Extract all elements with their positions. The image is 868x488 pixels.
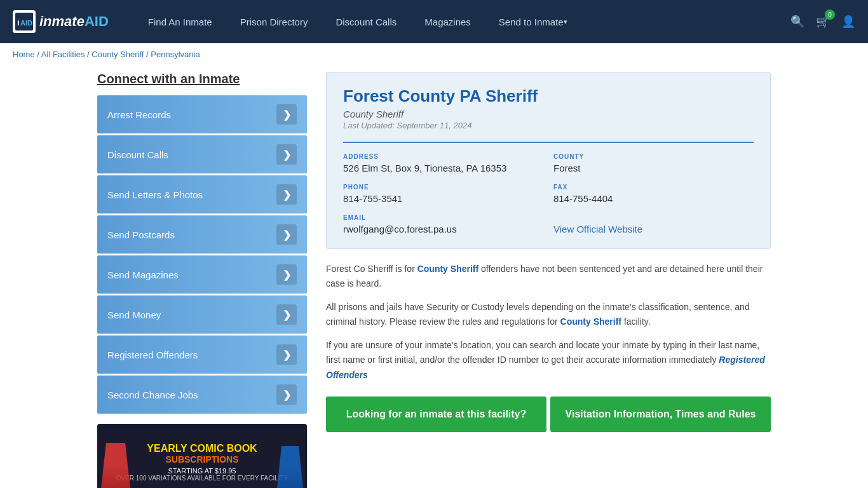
phone-block: PHONE 814-755-3541 [343,184,543,204]
site-logo[interactable]: i AID inmateAID [13,10,109,33]
nav-links: Find An Inmate Prison Directory Discount… [134,0,790,43]
ad-note: OVER 100 VARIATIONS AVAILABLE FOR EVERY … [116,475,288,482]
sidebar-item-send-magazines[interactable]: Send Magazines ❯ [97,255,307,294]
search-button[interactable]: 🔍 [790,15,804,29]
main-container: Connect with an Inmate Arrest Records ❯ … [85,65,783,488]
logo-text-aid: AID [85,13,109,30]
facility-description: Forest Co Sheriff is for County Sheriff … [326,262,771,383]
breadcrumb: Home / All Facilities / County Sheriff /… [0,43,868,65]
cart-badge: 0 [825,10,835,20]
breadcrumb-all-facilities[interactable]: All Facilities [41,50,85,59]
breadcrumb-home[interactable]: Home [13,50,35,59]
email-block: EMAIL rwolfgang@co.forest.pa.us [343,214,543,234]
sidebar-ad[interactable]: YEARLY COMIC BOOK SUBSCRIPTIONS STARTING… [97,424,307,488]
nav-discount-calls[interactable]: Discount Calls [322,0,410,43]
phone-label: PHONE [343,184,543,191]
nav-find-inmate[interactable]: Find An Inmate [134,0,226,43]
desc-para-3: If you are unsure of your inmate’s locat… [326,338,771,382]
sidebar-label-send-letters: Send Letters & Photos [107,189,203,200]
arrow-icon-registered-offenders: ❯ [276,344,297,365]
desc-para-2: All prisons and jails have Security or C… [326,300,771,329]
ad-content: YEARLY COMIC BOOK SUBSCRIPTIONS STARTING… [110,436,295,488]
cart-button[interactable]: 🛒 0 [816,15,830,29]
arrow-icon-discount-calls: ❯ [276,144,297,165]
desc-para1-pre: Forest Co Sheriff is for [326,264,417,274]
sidebar-label-send-postcards: Send Postcards [107,229,175,240]
desc-para3-text: If you are unsure of your inmate’s locat… [326,340,759,365]
facility-updated: Last Updated: September 11, 2024 [343,121,754,130]
ad-title-line1: YEARLY COMIC BOOK [116,442,288,454]
nav-icons: 🔍 🛒 0 👤 [790,15,855,29]
sidebar-item-send-letters[interactable]: Send Letters & Photos ❯ [97,175,307,214]
breadcrumb-pennsylvania[interactable]: Pennsylvania [151,50,200,59]
sidebar-item-arrest-records[interactable]: Arrest Records ❯ [97,95,307,133]
county-label: COUNTY [553,153,754,160]
county-block: COUNTY Forest [553,153,754,173]
facility-info-grid: ADDRESS 526 Elm St, Box 9, Tionesta, PA … [343,142,754,234]
fax-label: FAX [553,184,754,191]
content-area: Forest County PA Sheriff County Sheriff … [326,72,771,488]
website-block: View Official Website [553,214,754,234]
county-sheriff-link-2[interactable]: County Sheriff [560,316,621,327]
arrow-icon-second-chance-jobs: ❯ [276,384,297,405]
fax-value: 814-755-4404 [553,193,754,204]
county-value: Forest [553,163,754,173]
visitation-info-button[interactable]: Visitation Information, Times and Rules [550,396,771,433]
user-button[interactable]: 👤 [841,15,855,29]
sidebar-label-discount-calls: Discount Calls [107,149,168,160]
sidebar-item-discount-calls[interactable]: Discount Calls ❯ [97,135,307,173]
sidebar-label-second-chance-jobs: Second Chance Jobs [107,390,198,400]
sidebar: Connect with an Inmate Arrest Records ❯ … [97,72,307,488]
user-icon: 👤 [841,15,855,28]
sidebar-item-registered-offenders[interactable]: Registered Offenders ❯ [97,336,307,374]
breadcrumb-county-sheriff[interactable]: County Sheriff [92,50,144,59]
sidebar-menu: Arrest Records ❯ Discount Calls ❯ Send L… [97,95,307,414]
fax-block: FAX 814-755-4404 [553,184,754,204]
logo-text-inmate: inmate [39,13,85,30]
svg-text:AID: AID [20,19,32,27]
desc-para-1: Forest Co Sheriff is for County Sheriff … [326,262,771,291]
county-sheriff-link-1[interactable]: County Sheriff [417,264,478,274]
website-link[interactable]: View Official Website [553,224,642,234]
nav-send-to-inmate[interactable]: Send to Inmate [485,0,581,43]
facility-header: Forest County PA Sheriff County Sheriff … [326,72,771,249]
navbar: i AID inmateAID Find An Inmate Prison Di… [0,0,868,43]
arrow-icon-send-magazines: ❯ [276,264,297,285]
sidebar-label-send-money: Send Money [107,309,161,320]
address-label: ADDRESS [343,153,543,160]
website-spacer [553,214,754,221]
arrow-icon-send-money: ❯ [276,304,297,325]
arrow-icon-arrest-records: ❯ [276,104,297,125]
sidebar-title: Connect with an Inmate [97,72,307,86]
desc-para2-pre: All prisons and jails have Security or C… [326,302,750,327]
looking-for-inmate-button[interactable]: Looking for an inmate at this facility? [326,396,546,433]
facility-name: Forest County PA Sheriff [343,86,754,106]
sidebar-item-send-postcards[interactable]: Send Postcards ❯ [97,215,307,254]
ad-price: STARTING AT $19.95 [116,467,288,475]
address-block: ADDRESS 526 Elm St, Box 9, Tionesta, PA … [343,153,543,173]
phone-value: 814-755-3541 [343,193,543,204]
address-value: 526 Elm St, Box 9, Tionesta, PA 16353 [343,163,543,173]
arrow-icon-send-letters: ❯ [276,184,297,205]
nav-prison-directory[interactable]: Prison Directory [226,0,322,43]
arrow-icon-send-postcards: ❯ [276,224,297,245]
sidebar-label-send-magazines: Send Magazines [107,269,179,280]
bottom-buttons: Looking for an inmate at this facility? … [326,396,771,433]
email-value: rwolfgang@co.forest.pa.us [343,224,543,234]
ad-title-line2: SUBSCRIPTIONS [116,454,288,464]
facility-type: County Sheriff [343,109,754,119]
sidebar-label-arrest-records: Arrest Records [107,109,171,120]
nav-magazines[interactable]: Magazines [410,0,485,43]
logo-icon: i AID [13,10,36,33]
sidebar-item-second-chance-jobs[interactable]: Second Chance Jobs ❯ [97,376,307,414]
logo-svg: i AID [15,13,33,30]
svg-text:i: i [17,18,20,27]
email-label: EMAIL [343,214,543,221]
sidebar-label-registered-offenders: Registered Offenders [107,349,198,360]
search-icon: 🔍 [790,15,804,28]
sidebar-item-send-money[interactable]: Send Money ❯ [97,295,307,334]
desc-para2-post: facility. [621,316,651,327]
